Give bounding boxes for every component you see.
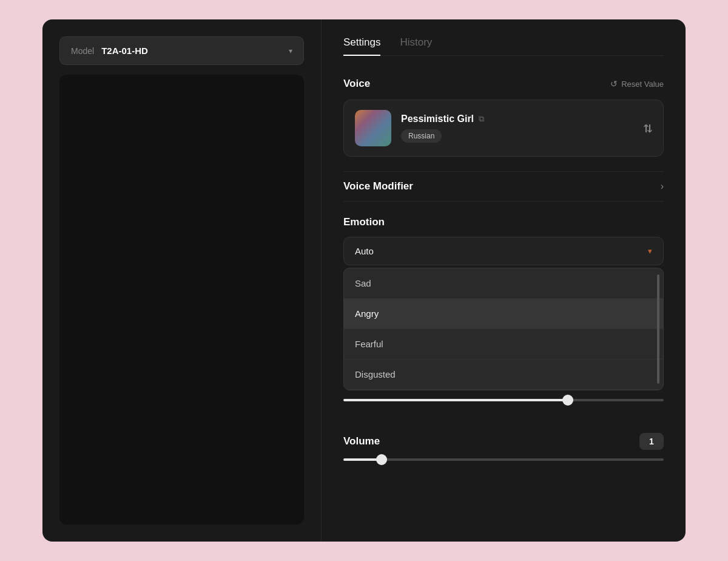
volume-slider-container	[343, 458, 664, 461]
emotion-dropdown-chevron: ▾	[648, 246, 652, 256]
voice-name-row: Pessimistic Girl ⧉	[401, 114, 633, 124]
volume-value: 1	[639, 433, 664, 450]
voice-section-header: Voice ↺ Reset Value	[343, 78, 664, 90]
voice-modifier-title: Voice Modifier	[343, 180, 413, 192]
volume-slider-track	[343, 458, 664, 461]
chevron-right-icon: ›	[661, 181, 664, 192]
emotion-dropdown-button[interactable]: Auto ▾	[343, 237, 664, 265]
emotion-section: Emotion Auto ▾ Sad Angry Fearful Disgust…	[343, 216, 664, 406]
voice-card[interactable]: Pessimistic Girl ⧉ Russian ⇄	[343, 100, 664, 157]
emotion-option-fearful[interactable]: Fearful	[344, 329, 663, 359]
emotion-option-disgusted[interactable]: Disgusted	[344, 359, 663, 390]
volume-title: Volume	[343, 435, 380, 447]
reset-icon: ↺	[610, 79, 618, 89]
voice-modifier-row[interactable]: Voice Modifier ›	[343, 171, 664, 202]
tab-settings[interactable]: Settings	[343, 36, 380, 56]
emotion-slider-container	[343, 399, 664, 401]
model-label: Model	[71, 46, 94, 56]
main-container: Model T2A-01-HD ▾ Settings History Voice…	[42, 19, 686, 542]
voice-title: Voice	[343, 78, 370, 90]
chevron-down-icon: ▾	[289, 47, 292, 55]
tabs: Settings History	[343, 36, 664, 56]
voice-info: Pessimistic Girl ⧉ Russian	[401, 114, 633, 143]
model-value: T2A-01-HD	[101, 46, 281, 56]
voice-avatar	[355, 110, 391, 146]
volume-slider-thumb[interactable]	[376, 454, 387, 465]
tab-history[interactable]: History	[400, 36, 432, 56]
left-content-area	[59, 75, 304, 525]
emotion-selected-value: Auto	[355, 246, 374, 256]
emotion-slider-thumb[interactable]	[562, 395, 573, 406]
emotion-dropdown-container: Auto ▾ Sad Angry Fearful Disgusted	[343, 237, 664, 390]
swap-icon[interactable]: ⇄	[641, 124, 655, 133]
volume-header: Volume 1	[343, 433, 664, 450]
emotion-option-sad[interactable]: Sad	[344, 268, 663, 299]
volume-section: Volume 1	[343, 433, 664, 466]
emotion-option-angry[interactable]: Angry	[344, 299, 663, 329]
voice-name: Pessimistic Girl	[401, 114, 474, 124]
voice-language-badge: Russian	[401, 129, 442, 143]
emotion-slider-fill	[343, 399, 568, 401]
dropdown-scrollbar[interactable]	[657, 274, 659, 384]
copy-icon[interactable]: ⧉	[479, 114, 484, 124]
right-panel: Settings History Voice ↺ Reset Value Pes…	[322, 19, 686, 542]
reset-label: Reset Value	[621, 80, 664, 89]
emotion-dropdown-list: Sad Angry Fearful Disgusted	[343, 268, 664, 390]
model-selector[interactable]: Model T2A-01-HD ▾	[59, 36, 304, 65]
emotion-slider-track	[343, 399, 664, 401]
emotion-title: Emotion	[343, 216, 664, 228]
left-panel: Model T2A-01-HD ▾	[42, 19, 322, 542]
reset-value-button[interactable]: ↺ Reset Value	[610, 79, 664, 89]
